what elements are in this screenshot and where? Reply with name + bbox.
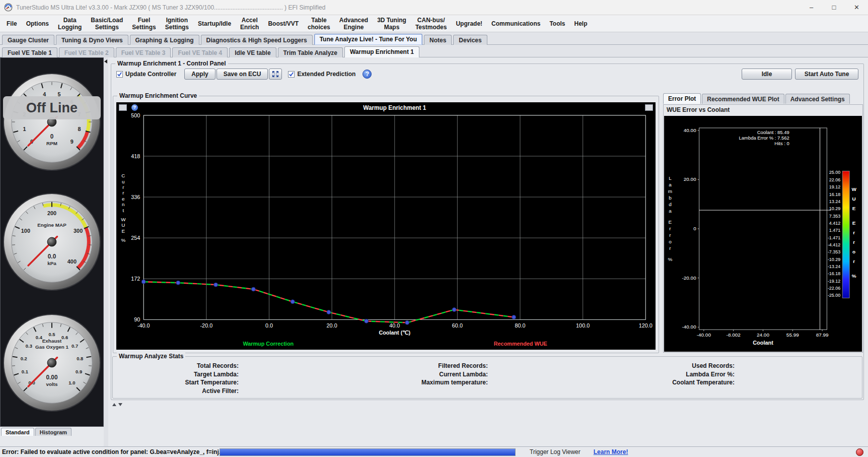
gauge-tab-histogram[interactable]: Histogram [35,428,71,436]
apply-button[interactable]: Apply [184,69,215,80]
menu-accel-enrich[interactable]: AccelEnrich [236,16,263,32]
menu-3d-tuning-maps[interactable]: 3D TuningMaps [373,16,411,32]
stat-label-total-records: Total Records: [118,362,239,370]
tab-tuning-dyno-views[interactable]: Tuning & Dyno Views [56,35,128,45]
subtab-fuel-ve-table-4[interactable]: Fuel VE Table 4 [172,47,228,57]
svg-text:r: r [669,226,671,231]
stats-column-0: Total Records:Target Lambda:Start Temper… [118,362,239,395]
right-tab-error-plot[interactable]: Error Plot [663,93,701,104]
svg-text:E: E [852,220,856,226]
vertical-splitter[interactable] [104,57,108,446]
menu-upgrade[interactable]: Upgrade! [451,19,487,28]
idle-button[interactable]: Idle [742,69,792,80]
subtab-warmup-enrichment-1[interactable]: Warmup Enrichment 1 [344,46,419,57]
menu-ignition-settings[interactable]: IgnitionSettings [161,16,193,32]
svg-text:%: % [668,256,673,262]
help-icon[interactable]: ? [363,70,372,79]
menu-boost-vvt[interactable]: Boost/VVT [263,19,303,28]
svg-text:r: r [853,239,855,245]
collapse-left-icon[interactable] [104,59,107,63]
menu-data-logging[interactable]: DataLogging [53,16,86,32]
gauge-engine-map-wrap[interactable]: 100200300400Engine MAP0.0kPa [2,192,102,292]
svg-text:0.6: 0.6 [61,335,68,340]
menu-options[interactable]: Options [22,19,53,28]
chart-menu-button[interactable] [119,104,127,111]
warmup-chart[interactable]: -40.0-20.00.020.040.060.080.0100.0120.09… [116,102,656,350]
right-tab-advanced-settings[interactable]: Advanced Settings [785,94,850,104]
chart-options-button[interactable] [645,104,653,111]
svg-text:o: o [852,249,855,254]
svg-text:500: 500 [131,112,140,118]
menu-help[interactable]: Help [570,19,592,28]
svg-text:13.24: 13.24 [829,199,840,204]
svg-text:-40.00: -40.00 [682,324,696,330]
stat-label-coolant-temperature: Coolant Temperature: [614,378,735,387]
close-button[interactable]: ✕ [845,0,868,15]
svg-text:1.0: 1.0 [68,380,75,385]
gauge-ego-wrap[interactable]: 0.00.10.20.30.40.50.60.70.80.91.0Exhaust… [2,313,102,413]
menu-tools[interactable]: Tools [545,19,569,28]
svg-text:100.0: 100.0 [576,322,590,329]
start-auto-tune-button[interactable]: Start Auto Tune [795,69,858,80]
expand-icon [272,71,279,78]
tab-diagnostics-high-speed-loggers[interactable]: Diagnostics & High Speed Loggers [201,35,313,45]
svg-text:-10.29: -10.29 [828,257,840,262]
tab-graphing-logging[interactable]: Graphing & Logging [130,35,199,45]
svg-text:0.5: 0.5 [48,332,55,337]
tab-gauge-cluster[interactable]: Gauge Cluster [2,35,54,45]
gauge-engine-map: 100200300400Engine MAP0.0kPa [2,192,102,292]
tab-tune-analyze-live-tune-for-you[interactable]: Tune Analyze Live! - Tune For You [314,34,422,45]
menu-table-choices[interactable]: Tablechoices [303,16,335,32]
svg-text:Hits : 0: Hits : 0 [774,141,789,146]
svg-text:W: W [851,186,856,192]
expand-view-button[interactable] [269,69,282,80]
control-panel-title: Warmup Enrichment 1 - Control Panel [115,60,228,67]
menu-startup-idle[interactable]: Startup/Idle [193,19,236,28]
chart-help-icon[interactable]: ? [131,104,138,111]
right-tab-recommended-wue-plot[interactable]: Recommended WUE Plot [702,94,784,104]
subtab-fuel-ve-table-1[interactable]: Fuel VE Table 1 [2,47,57,57]
tab-devices[interactable]: Devices [453,35,487,45]
progress-bar-fill [220,449,515,455]
subtab-idle-ve-table[interactable]: Idle VE table [229,47,276,57]
svg-text:%: % [852,273,856,279]
extended-prediction-checkbox[interactable]: Extended Prediction [288,71,355,78]
svg-text:RPM: RPM [46,141,57,146]
gauge-panel-tabs: StandardHistogram [1,428,71,435]
gauge-rpm-wrap[interactable]: 01234567890RPM [2,72,102,172]
splitter-down-icon[interactable] [118,403,122,406]
learn-more-link[interactable]: Learn More! [594,448,628,455]
svg-text:0.8: 0.8 [77,356,83,361]
menu-can-bus-testmodes[interactable]: CAN-bus/Testmodes [411,16,451,32]
svg-text:Recommended WUE: Recommended WUE [494,341,547,347]
save-on-ecu-button[interactable]: Save on ECU [216,69,268,80]
svg-text:U: U [121,222,125,228]
minimize-button[interactable]: – [800,0,823,15]
svg-text:400: 400 [67,258,77,265]
maximize-button[interactable]: □ [823,0,845,15]
progress-bar [220,448,516,456]
svg-text:W: W [121,217,126,222]
gauge-tab-standard[interactable]: Standard [1,428,34,436]
horizontal-splitter-arrows[interactable] [112,403,122,406]
svg-text:e: e [122,196,125,202]
update-controller-checkbox[interactable]: Update Controller [116,71,176,78]
menu-file[interactable]: File [2,19,22,28]
tab-notes[interactable]: Notes [424,35,452,45]
menu-communications[interactable]: Communications [487,19,545,28]
menu-fuel-settings[interactable]: FuelSettings [127,16,160,32]
menubar: FileOptionsDataLoggingBasic/LoadSettings… [0,15,868,32]
gauge-exhaust-gas-oxygen-1: 0.00.10.20.30.40.50.60.70.80.91.0Exhaust… [2,313,102,413]
subtab-trim-table-analyze[interactable]: Trim Table Analyze [278,47,343,57]
menu-advanced-engine[interactable]: AdvancedEngine [335,16,373,32]
svg-text:200: 200 [47,210,56,216]
splitter-up-icon[interactable] [112,403,116,406]
trigger-log-viewer-label[interactable]: Trigger Log Viewer [530,448,581,455]
svg-text:40.00: 40.00 [684,127,696,133]
svg-text:r: r [853,230,855,235]
subtab-fuel-ve-table-2[interactable]: Fuel VE Table 2 [59,47,114,57]
menu-basic-load-settings[interactable]: Basic/LoadSettings [86,16,127,32]
gauge-cluster-area: 01234567890RPM 100200300400Engine MAP0.0… [0,57,104,427]
subtab-fuel-ve-table-3[interactable]: Fuel VE Table 3 [116,47,171,57]
error-plot-chart[interactable]: 40.0020.000-20.00-40.00-40.00-8.00224.00… [664,116,862,352]
